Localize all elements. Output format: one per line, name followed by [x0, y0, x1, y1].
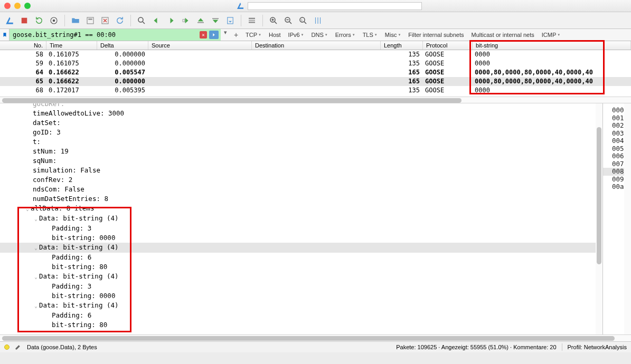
maximize-icon[interactable]	[24, 3, 31, 9]
chevron-down-icon[interactable]: ⌄	[33, 301, 39, 311]
restart-capture-button[interactable]	[33, 14, 45, 27]
save-file-button[interactable]	[84, 14, 97, 27]
svg-rect-11	[249, 17, 255, 18]
svg-rect-4	[88, 18, 92, 20]
svg-rect-7	[183, 19, 185, 22]
close-file-button[interactable]	[99, 14, 111, 27]
chevron-down-icon[interactable]: ⌄	[33, 214, 39, 224]
stop-capture-button[interactable]	[18, 14, 31, 27]
auto-scroll-button[interactable]	[224, 14, 237, 27]
details-vscrollbar[interactable]	[596, 103, 602, 334]
filter-btn-icmp[interactable]: ICMP▼	[538, 32, 564, 38]
svg-point-6	[138, 17, 143, 22]
tree-item[interactable]: Padding: 3	[0, 282, 602, 291]
col-dest[interactable]: Destination	[252, 41, 381, 50]
col-bitstring[interactable]: bit-string	[473, 41, 631, 50]
zoom-reset-button[interactable]: 1	[297, 14, 309, 27]
packet-list-header[interactable]: No. Time Delta Source Destination Length…	[0, 41, 631, 50]
col-source[interactable]: Source	[148, 41, 252, 50]
status-profile[interactable]: Profil: NetworkAnalysis	[568, 344, 627, 350]
chevron-down-icon[interactable]: ⌄	[24, 204, 31, 214]
filter-btn-host[interactable]: Host	[265, 32, 285, 38]
packet-details-pane[interactable]: gocbRef: timeAllowedtoLive: 3000 datSet:…	[0, 103, 602, 334]
filter-btn-errors[interactable]: Errors▼	[332, 32, 359, 38]
tree-item[interactable]: stNum: 19	[0, 147, 602, 156]
tree-item[interactable]: Padding: 3	[0, 224, 602, 233]
minimize-icon[interactable]	[14, 3, 21, 9]
tree-item[interactable]: simulation: False	[0, 166, 602, 175]
col-time[interactable]: Time	[46, 41, 97, 50]
clear-filter-icon[interactable]: ✕	[200, 31, 207, 39]
resize-columns-button[interactable]	[312, 14, 324, 27]
svg-text:1: 1	[301, 18, 303, 21]
go-last-button[interactable]	[209, 14, 222, 27]
tree-item[interactable]: goID: 3	[0, 128, 602, 137]
filter-btn-tcp[interactable]: TCP▼	[242, 32, 265, 38]
filter-btn-internal-subnets[interactable]: Filter internal subnets	[404, 32, 467, 38]
filter-btn-misc[interactable]: Misc▼	[381, 32, 405, 38]
tree-item[interactable]: Padding: 6	[0, 311, 602, 320]
apply-filter-icon[interactable]	[209, 31, 219, 39]
colorize-button[interactable]	[246, 14, 258, 27]
details-hscrollbar[interactable]	[0, 334, 631, 341]
tree-item[interactable]: Padding: 6	[0, 253, 602, 262]
title-search-field[interactable]	[248, 2, 422, 10]
chevron-down-icon[interactable]: ⌄	[33, 272, 39, 282]
display-filter-input[interactable]: goose.bit_string#1 == 00:00 ✕	[10, 29, 221, 41]
table-row[interactable]: 680.1720170.005395135GOOSE0000	[0, 86, 631, 95]
packet-list-hscrollbar[interactable]	[0, 97, 631, 103]
app-fin-icon[interactable]	[3, 14, 16, 27]
go-to-packet-button[interactable]	[180, 14, 192, 27]
tree-item[interactable]: confRev: 2	[0, 175, 602, 185]
tree-item-alldata[interactable]: ⌄allData: 8 items	[0, 204, 602, 214]
packet-list-pane[interactable]: No. Time Delta Source Destination Length…	[0, 41, 631, 97]
open-file-button[interactable]	[69, 14, 82, 27]
col-no[interactable]: No.	[0, 41, 46, 50]
filter-btn-dns[interactable]: DNS▼	[308, 32, 332, 38]
close-icon[interactable]	[4, 3, 11, 9]
go-first-button[interactable]	[194, 14, 207, 27]
col-delta[interactable]: Delta	[97, 41, 148, 50]
tree-item[interactable]: ndsCom: False	[0, 185, 602, 194]
tree-item[interactable]: t:	[0, 137, 602, 147]
filter-btn-ipv6[interactable]: IPv6▼	[285, 32, 308, 38]
table-row[interactable]: 580.1610750.000000135GOOSE0000	[0, 50, 631, 59]
zoom-in-button[interactable]	[267, 14, 280, 27]
tree-item[interactable]: sqNum:	[0, 156, 602, 166]
tree-item[interactable]: bit-string: 80	[0, 262, 602, 272]
tree-item[interactable]: bit-string: 80	[0, 320, 602, 330]
table-row[interactable]: 650.1666220.000000165GOOSE0000,80,0000,8…	[0, 77, 631, 86]
filter-btn-tls[interactable]: TLS▼	[359, 32, 381, 38]
add-filter-button[interactable]: +	[230, 29, 242, 41]
edit-capture-comment-icon[interactable]	[15, 343, 22, 351]
tree-item-data[interactable]: ⌄Data: bit-string (4)	[0, 243, 602, 253]
table-row[interactable]: 640.1666220.005547165GOOSE0000,80,0000,8…	[0, 68, 631, 77]
capture-options-button[interactable]	[48, 14, 60, 27]
tree-item[interactable]: datSet:	[0, 118, 602, 128]
col-proto[interactable]: Protocol	[423, 41, 473, 50]
expert-info-icon[interactable]	[4, 344, 10, 350]
bookmark-icon[interactable]	[0, 29, 10, 41]
filter-btn-multicast[interactable]: Multicast or internal nets	[468, 32, 538, 38]
tree-item-data[interactable]: ⌄Data: bit-string (4)	[0, 272, 602, 282]
packet-bytes-pane[interactable]: 0000 0010 0020 0030 0040 0050 0060 0070 …	[602, 103, 631, 334]
display-filter-bar: goose.bit_string#1 == 00:00 ✕ ▾ + TCP▼ H…	[0, 29, 631, 41]
hex-vscrollbar[interactable]	[624, 103, 631, 334]
tree-item[interactable]: numDatSetEntries: 8	[0, 194, 602, 204]
find-packet-button[interactable]	[135, 14, 148, 27]
zoom-out-button[interactable]	[282, 14, 295, 27]
svg-rect-8	[197, 22, 204, 23]
tree-item[interactable]: timeAllowedtoLive: 3000	[0, 109, 602, 118]
reload-file-button[interactable]	[114, 14, 126, 27]
tree-item[interactable]: bit-string: 0000	[0, 233, 602, 243]
col-length[interactable]: Length	[381, 41, 423, 50]
tree-item-data[interactable]: ⌄Data: bit-string (4)	[0, 214, 602, 224]
go-forward-button[interactable]	[165, 14, 177, 27]
chevron-down-icon[interactable]: ⌄	[33, 243, 39, 253]
tree-item[interactable]: bit-string: 0000	[0, 291, 602, 301]
table-row[interactable]: 590.1610750.000000135GOOSE0000	[0, 59, 631, 68]
tree-item[interactable]: gocbRef:	[0, 103, 602, 109]
filter-history-icon[interactable]: ▾	[221, 29, 230, 41]
tree-item-data[interactable]: ⌄Data: bit-string (4)	[0, 301, 602, 311]
go-back-button[interactable]	[150, 14, 163, 27]
